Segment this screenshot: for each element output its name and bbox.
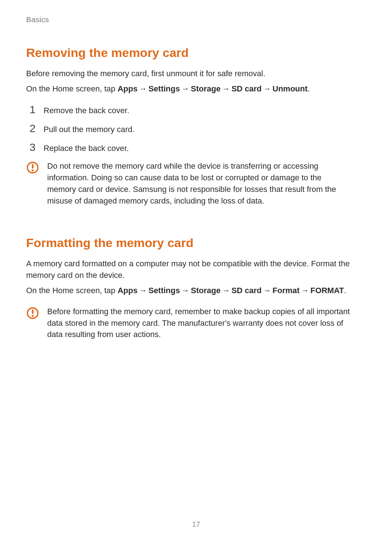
svg-rect-1 (32, 164, 34, 169)
nav-path-part: Settings (148, 84, 180, 93)
section-heading-formatting: Formatting the memory card (26, 236, 366, 250)
arrow-icon: → (262, 286, 273, 295)
steps-list: Remove the back cover. Pull out the memo… (26, 104, 366, 154)
arrow-icon: → (221, 84, 232, 93)
warning-callout: Do not remove the memory card while the … (26, 160, 366, 207)
arrow-icon: → (138, 286, 148, 295)
warning-callout: Before formatting the memory card, remem… (26, 306, 366, 341)
step-item: Replace the back cover. (26, 142, 366, 154)
nav-path-part: Settings (148, 286, 180, 295)
nav-path-part: SD card (232, 286, 262, 295)
step-text: Pull out the memory card. (44, 123, 135, 135)
step-text: Replace the back cover. (44, 142, 129, 154)
nav-path-part: Unmount (273, 84, 308, 93)
nav-path-suffix: . (344, 286, 346, 295)
section-heading-removing: Removing the memory card (26, 46, 366, 60)
breadcrumb: Basics (26, 15, 366, 24)
step-item: Pull out the memory card. (26, 123, 366, 135)
svg-point-5 (32, 315, 33, 317)
page-number: 17 (0, 520, 392, 529)
svg-point-2 (32, 169, 33, 171)
arrow-icon: → (262, 84, 273, 93)
warning-text: Before formatting the memory card, remem… (47, 306, 352, 341)
svg-rect-4 (32, 309, 34, 314)
nav-path-format: On the Home screen, tap Apps→Settings→St… (26, 285, 366, 296)
nav-path-prefix: On the Home screen, tap (26, 286, 118, 295)
step-item: Remove the back cover. (26, 104, 366, 116)
arrow-icon: → (299, 286, 310, 295)
nav-path-part: Format (273, 286, 300, 295)
arrow-icon: → (138, 84, 148, 93)
arrow-icon: → (221, 286, 232, 295)
step-text: Remove the back cover. (44, 104, 129, 116)
arrow-icon: → (180, 84, 191, 93)
caution-icon (26, 160, 39, 207)
nav-path-part: Apps (118, 286, 138, 295)
caution-icon (26, 306, 39, 341)
nav-path-part: Apps (118, 84, 138, 93)
nav-path-suffix: . (307, 84, 310, 93)
warning-text: Do not remove the memory card while the … (47, 160, 352, 207)
arrow-icon: → (180, 286, 191, 295)
nav-path-part: Storage (191, 286, 221, 295)
nav-path-part: Storage (191, 84, 221, 93)
nav-path-unmount: On the Home screen, tap Apps→Settings→St… (26, 83, 366, 95)
nav-path-prefix: On the Home screen, tap (26, 84, 118, 93)
intro-paragraph: A memory card formatted on a computer ma… (26, 258, 366, 281)
intro-paragraph: Before removing the memory card, first u… (26, 68, 366, 79)
nav-path-part: FORMAT (310, 286, 344, 295)
nav-path-part: SD card (232, 84, 262, 93)
